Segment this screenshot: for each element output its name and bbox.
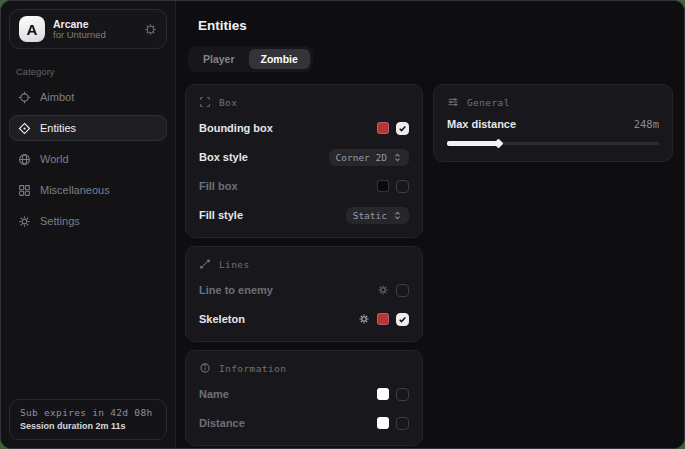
row-settings-gear-icon[interactable] xyxy=(377,284,389,296)
sidebar-item-miscellaneous[interactable]: Miscellaneous xyxy=(9,177,167,203)
diagonal-line-icon xyxy=(199,258,211,270)
color-swatch[interactable] xyxy=(377,417,389,429)
tab-zombie[interactable]: Zombie xyxy=(249,49,310,69)
app-logo: A xyxy=(19,16,45,42)
lines-card: Lines Line to enemy xyxy=(185,246,423,342)
checkbox[interactable] xyxy=(396,180,409,193)
sidebar: A Arcane for Unturned Category A xyxy=(1,1,176,448)
row-controls xyxy=(377,122,409,135)
sidebar-item-label: Settings xyxy=(40,215,80,227)
tab-player[interactable]: Player xyxy=(191,49,247,69)
feature-row-box-style: Box style Corner 2D xyxy=(199,148,409,166)
box-card-header: Box xyxy=(199,96,409,108)
feature-row-distance: Distance xyxy=(199,414,409,432)
tab-group: Player Zombie xyxy=(188,46,313,72)
feature-row-fill-box: Fill box xyxy=(199,177,409,195)
select-value: Static xyxy=(353,210,387,221)
select-value: Corner 2D xyxy=(336,152,387,163)
fill-style-select[interactable]: Static xyxy=(346,207,409,224)
max-distance-value: 248m xyxy=(634,118,659,130)
sliders-icon xyxy=(447,96,459,108)
right-column: General Max distance 248m xyxy=(433,84,673,162)
general-card-header: General xyxy=(447,96,659,108)
row-controls xyxy=(377,388,409,401)
feature-row-bounding-box: Bounding box xyxy=(199,119,409,137)
max-distance-slider[interactable] xyxy=(447,139,659,148)
sidebar-item-entities[interactable]: Entities xyxy=(9,115,167,141)
row-controls xyxy=(377,417,409,430)
checkbox[interactable] xyxy=(396,313,409,326)
checkbox[interactable] xyxy=(396,388,409,401)
row-settings-gear-icon[interactable] xyxy=(358,313,370,325)
sidebar-item-label: Aimbot xyxy=(40,91,74,103)
general-card: General Max distance 248m xyxy=(433,84,673,162)
color-swatch[interactable] xyxy=(377,388,389,400)
app-header-card: A Arcane for Unturned xyxy=(9,9,167,49)
subscription-expiry: Sub expires in 42d 08h xyxy=(20,407,156,418)
grid-icon xyxy=(18,184,31,197)
feature-row-name: Name xyxy=(199,385,409,403)
page-title: Entities xyxy=(198,18,673,33)
card-columns: Box Bounding box Box style xyxy=(185,84,673,446)
sidebar-item-label: World xyxy=(40,153,69,165)
max-distance-row: Max distance 248m xyxy=(447,118,659,130)
globe-icon xyxy=(18,153,31,166)
gear-icon[interactable] xyxy=(144,23,157,36)
entity-cube-icon xyxy=(18,122,31,135)
row-label: Fill box xyxy=(199,180,238,192)
scan-box-icon xyxy=(199,96,211,108)
row-label: Name xyxy=(199,388,229,400)
main-panel: Entities Player Zombie Box xyxy=(176,1,685,448)
category-label: Category xyxy=(16,66,167,77)
row-label: Fill style xyxy=(199,209,243,221)
information-card-header: Information xyxy=(199,362,409,374)
row-label: Skeleton xyxy=(199,313,245,325)
max-distance-fill xyxy=(447,141,498,146)
row-controls: Corner 2D xyxy=(329,149,409,166)
feature-row-line-to-enemy: Line to enemy xyxy=(199,281,409,299)
left-column: Box Bounding box Box style xyxy=(185,84,423,446)
row-controls: Static xyxy=(346,207,409,224)
lines-card-header: Lines xyxy=(199,258,409,270)
app-meta: Arcane for Unturned xyxy=(53,18,136,41)
sidebar-item-aimbot[interactable]: Aimbot xyxy=(9,84,167,110)
color-swatch[interactable] xyxy=(377,313,389,325)
row-label: Max distance xyxy=(447,118,516,130)
color-swatch[interactable] xyxy=(377,180,389,192)
info-target-icon xyxy=(199,362,211,374)
row-controls xyxy=(377,284,409,297)
information-card: Information Name Distance xyxy=(185,350,423,446)
subscription-card: Sub expires in 42d 08h Session duration … xyxy=(9,399,167,440)
sidebar-item-world[interactable]: World xyxy=(9,146,167,172)
sidebar-item-settings[interactable]: Settings xyxy=(9,208,167,234)
card-title: Lines xyxy=(219,259,250,270)
row-controls xyxy=(377,180,409,193)
box-style-select[interactable]: Corner 2D xyxy=(329,149,409,166)
row-label: Bounding box xyxy=(199,122,273,134)
session-duration: Session duration 2m 11s xyxy=(20,421,156,431)
sidebar-item-label: Entities xyxy=(40,122,76,134)
row-label: Box style xyxy=(199,151,248,163)
sidebar-item-label: Miscellaneous xyxy=(40,184,110,196)
row-label: Line to enemy xyxy=(199,284,273,296)
box-card: Box Bounding box Box style xyxy=(185,84,423,238)
checkbox[interactable] xyxy=(396,284,409,297)
card-title: Information xyxy=(219,363,286,374)
checkbox[interactable] xyxy=(396,417,409,430)
app-name: Arcane xyxy=(53,18,136,30)
gear-icon xyxy=(18,215,31,228)
row-label: Distance xyxy=(199,417,245,429)
sidebar-nav: Aimbot Entities World xyxy=(9,84,167,234)
feature-row-skeleton: Skeleton xyxy=(199,310,409,328)
crosshair-icon xyxy=(18,91,31,104)
feature-row-fill-style: Fill style Static xyxy=(199,206,409,224)
app-subtitle: for Unturned xyxy=(53,30,136,41)
chevron-up-down-icon xyxy=(393,211,402,220)
app-window: A Arcane for Unturned Category A xyxy=(0,0,685,449)
card-title: General xyxy=(467,97,510,108)
checkbox[interactable] xyxy=(396,122,409,135)
color-swatch[interactable] xyxy=(377,122,389,134)
card-title: Box xyxy=(219,97,237,108)
row-controls xyxy=(358,313,409,326)
chevron-up-down-icon xyxy=(393,153,402,162)
